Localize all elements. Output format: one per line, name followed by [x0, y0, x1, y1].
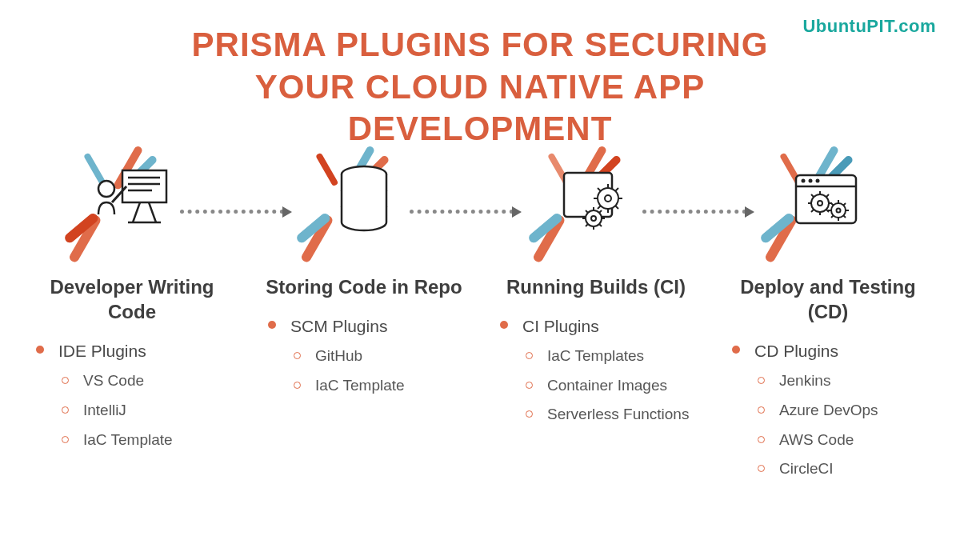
developer-icon	[94, 166, 170, 238]
browser-gears-icon	[792, 169, 864, 236]
list-item: Jenkins	[779, 371, 830, 391]
svg-line-18	[615, 206, 618, 209]
plugin-label: SCM Plugins	[290, 315, 387, 337]
plugin-label: IDE Plugins	[58, 340, 146, 362]
list-item: Serverless Functions	[547, 405, 689, 425]
stage-title: Developer Writing Code	[28, 274, 236, 324]
svg-line-20	[615, 188, 618, 191]
arrow-2	[410, 206, 522, 218]
plugin-list: CD Plugins Jenkins Azure DevOps AWS Code…	[724, 340, 932, 489]
svg-line-29	[586, 224, 588, 226]
stage-developer: Developer Writing Code IDE Plugins VS Co…	[28, 142, 236, 460]
svg-point-33	[802, 178, 806, 182]
list-item: Azure DevOps	[779, 401, 878, 421]
flow-container: Developer Writing Code IDE Plugins VS Co…	[0, 142, 960, 489]
svg-point-35	[816, 178, 820, 182]
svg-point-7	[98, 181, 114, 197]
svg-point-12	[605, 195, 611, 202]
list-item: CircleCI	[779, 459, 834, 479]
svg-point-34	[809, 178, 813, 182]
svg-line-5	[149, 202, 156, 222]
list-item: IaC Templates	[547, 346, 644, 366]
list-item: VS Code	[83, 371, 144, 391]
plugin-list: IDE Plugins VS Code IntelliJ IaC Templat…	[28, 340, 236, 459]
list-item: Container Images	[547, 376, 667, 396]
svg-rect-0	[122, 170, 166, 202]
list-item: IntelliJ	[83, 401, 126, 421]
stage-cd: Deploy and Testing (CD) CD Plugins Jenki…	[724, 142, 932, 489]
svg-point-47	[837, 208, 841, 212]
svg-point-37	[818, 201, 822, 206]
stage-repo: Storing Code in Repo SCM Plugins GitHub …	[260, 142, 468, 406]
arrow-3	[642, 206, 754, 218]
svg-point-22	[591, 216, 596, 221]
stage-title: Running Builds (CI)	[506, 274, 686, 299]
svg-line-4	[133, 202, 140, 222]
watermark: UbuntuPIT.com	[802, 16, 936, 37]
stage-title: Deploy and Testing (CD)	[724, 274, 932, 324]
plugin-label: CI Plugins	[522, 315, 599, 337]
plugin-list: CI Plugins IaC Templates Container Image…	[492, 315, 700, 434]
list-item: IaC Template	[83, 430, 173, 450]
list-item: AWS Code	[779, 430, 854, 450]
plugin-label: CD Plugins	[754, 340, 838, 362]
list-item: GitHub	[315, 346, 362, 366]
svg-line-28	[599, 224, 602, 226]
gears-box-icon	[560, 166, 632, 238]
stage-ci: Running Builds (CI) CI Plugins IaC Templ…	[492, 142, 700, 435]
plugin-list: SCM Plugins GitHub IaC Template	[260, 315, 468, 406]
list-item: IaC Template	[315, 376, 405, 396]
stage-title: Storing Code in Repo	[266, 274, 462, 299]
arrow-1	[180, 206, 292, 218]
database-icon	[336, 165, 392, 240]
